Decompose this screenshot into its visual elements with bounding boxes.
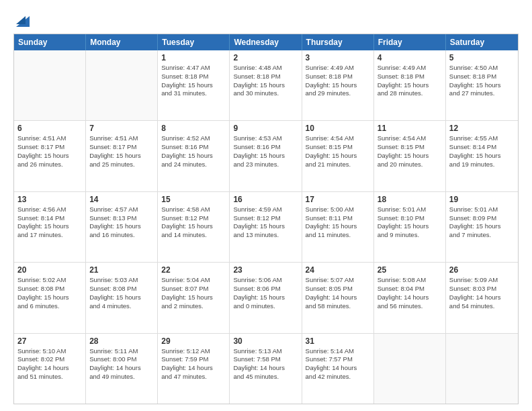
- cell-info: Sunrise: 4:58 AM Sunset: 8:12 PM Dayligh…: [161, 205, 226, 240]
- page: SundayMondayTuesdayWednesdayThursdayFrid…: [0, 0, 532, 411]
- cal-cell: 20Sunrise: 5:02 AM Sunset: 8:08 PM Dayli…: [14, 263, 86, 332]
- day-number: 11: [378, 124, 442, 133]
- cell-info: Sunrise: 5:12 AM Sunset: 7:59 PM Dayligh…: [161, 347, 226, 381]
- day-number: 4: [378, 53, 442, 62]
- cal-cell: 25Sunrise: 5:08 AM Sunset: 8:04 PM Dayli…: [374, 263, 446, 332]
- cell-info: Sunrise: 4:47 AM Sunset: 8:18 PM Dayligh…: [161, 64, 226, 98]
- cal-cell: 27Sunrise: 5:10 AM Sunset: 8:02 PM Dayli…: [14, 334, 86, 404]
- day-number: 1: [161, 53, 226, 62]
- day-number: 17: [306, 195, 370, 204]
- cal-cell: 23Sunrise: 5:06 AM Sunset: 8:06 PM Dayli…: [230, 263, 302, 332]
- cell-info: Sunrise: 5:08 AM Sunset: 8:04 PM Dayligh…: [378, 276, 442, 310]
- cell-info: Sunrise: 4:52 AM Sunset: 8:16 PM Dayligh…: [161, 134, 226, 169]
- cal-cell: 5Sunrise: 4:50 AM Sunset: 8:18 PM Daylig…: [446, 50, 518, 120]
- day-number: 6: [17, 124, 82, 133]
- cell-info: Sunrise: 5:01 AM Sunset: 8:10 PM Dayligh…: [378, 205, 442, 240]
- cell-info: Sunrise: 5:10 AM Sunset: 8:02 PM Dayligh…: [17, 347, 82, 381]
- cal-cell: 21Sunrise: 5:03 AM Sunset: 8:08 PM Dayli…: [86, 263, 158, 332]
- cal-cell: 29Sunrise: 5:12 AM Sunset: 7:59 PM Dayli…: [158, 334, 230, 404]
- cal-cell: 1Sunrise: 4:47 AM Sunset: 8:18 PM Daylig…: [158, 50, 230, 120]
- cell-info: Sunrise: 4:51 AM Sunset: 8:17 PM Dayligh…: [89, 134, 154, 169]
- cal-cell: 16Sunrise: 4:59 AM Sunset: 8:12 PM Dayli…: [230, 192, 302, 262]
- day-number: 27: [17, 336, 82, 346]
- cell-info: Sunrise: 5:00 AM Sunset: 8:11 PM Dayligh…: [306, 205, 370, 240]
- cell-info: Sunrise: 5:07 AM Sunset: 8:05 PM Dayligh…: [306, 276, 370, 310]
- cal-cell: 7Sunrise: 4:51 AM Sunset: 8:17 PM Daylig…: [86, 121, 158, 191]
- day-number: 9: [233, 124, 298, 133]
- day-number: 15: [161, 195, 226, 204]
- day-number: 24: [306, 265, 370, 275]
- cell-info: Sunrise: 5:06 AM Sunset: 8:06 PM Dayligh…: [233, 276, 298, 310]
- cell-info: Sunrise: 5:14 AM Sunset: 7:57 PM Dayligh…: [306, 347, 370, 381]
- cell-info: Sunrise: 5:01 AM Sunset: 8:09 PM Dayligh…: [449, 205, 515, 240]
- header-day-friday: Friday: [374, 34, 446, 50]
- day-number: 25: [378, 265, 442, 275]
- cal-cell: 30Sunrise: 5:13 AM Sunset: 7:58 PM Dayli…: [230, 334, 302, 404]
- cal-cell: [446, 334, 518, 404]
- day-number: 16: [233, 195, 298, 204]
- cal-cell: 3Sunrise: 4:49 AM Sunset: 8:18 PM Daylig…: [302, 50, 374, 120]
- cell-info: Sunrise: 4:59 AM Sunset: 8:12 PM Dayligh…: [233, 205, 298, 240]
- cal-cell: 31Sunrise: 5:14 AM Sunset: 7:57 PM Dayli…: [302, 334, 374, 404]
- logo-icon: [16, 11, 30, 27]
- cell-info: Sunrise: 4:55 AM Sunset: 8:14 PM Dayligh…: [449, 134, 515, 169]
- cal-cell: 28Sunrise: 5:11 AM Sunset: 8:00 PM Dayli…: [86, 334, 158, 404]
- cell-info: Sunrise: 4:57 AM Sunset: 8:13 PM Dayligh…: [89, 205, 154, 240]
- logo: [13, 11, 30, 27]
- day-number: 22: [161, 265, 226, 275]
- cal-cell: [374, 334, 446, 404]
- svg-marker-1: [16, 16, 26, 24]
- day-number: 31: [306, 336, 370, 346]
- day-number: 8: [161, 124, 226, 133]
- cell-info: Sunrise: 5:11 AM Sunset: 8:00 PM Dayligh…: [89, 347, 154, 381]
- calendar: SundayMondayTuesdayWednesdayThursdayFrid…: [13, 34, 519, 404]
- cal-cell: 8Sunrise: 4:52 AM Sunset: 8:16 PM Daylig…: [158, 121, 230, 191]
- week-row-4: 20Sunrise: 5:02 AM Sunset: 8:08 PM Dayli…: [14, 262, 518, 332]
- day-number: 21: [89, 265, 154, 275]
- header: [13, 11, 519, 27]
- header-day-tuesday: Tuesday: [158, 34, 230, 50]
- week-row-2: 6Sunrise: 4:51 AM Sunset: 8:17 PM Daylig…: [14, 120, 518, 191]
- day-number: 23: [233, 265, 298, 275]
- cell-info: Sunrise: 4:54 AM Sunset: 8:15 PM Dayligh…: [306, 134, 370, 169]
- cell-info: Sunrise: 5:02 AM Sunset: 8:08 PM Dayligh…: [17, 276, 82, 310]
- cal-cell: 13Sunrise: 4:56 AM Sunset: 8:14 PM Dayli…: [14, 192, 86, 262]
- day-number: 19: [449, 195, 515, 204]
- cal-cell: 10Sunrise: 4:54 AM Sunset: 8:15 PM Dayli…: [302, 121, 374, 191]
- cal-cell: [86, 50, 158, 120]
- cal-cell: 12Sunrise: 4:55 AM Sunset: 8:14 PM Dayli…: [446, 121, 518, 191]
- day-number: 30: [233, 336, 298, 346]
- header-day-monday: Monday: [86, 34, 158, 50]
- day-number: 14: [89, 195, 154, 204]
- day-number: 5: [449, 53, 515, 62]
- cal-cell: 26Sunrise: 5:09 AM Sunset: 8:03 PM Dayli…: [446, 263, 518, 332]
- cell-info: Sunrise: 4:51 AM Sunset: 8:17 PM Dayligh…: [17, 134, 82, 169]
- week-row-5: 27Sunrise: 5:10 AM Sunset: 8:02 PM Dayli…: [14, 333, 518, 404]
- header-day-thursday: Thursday: [302, 34, 374, 50]
- header-day-sunday: Sunday: [14, 34, 86, 50]
- day-number: 13: [17, 195, 82, 204]
- day-number: 10: [306, 124, 370, 133]
- cal-cell: 2Sunrise: 4:48 AM Sunset: 8:18 PM Daylig…: [230, 50, 302, 120]
- day-number: 26: [449, 265, 515, 275]
- cal-cell: 6Sunrise: 4:51 AM Sunset: 8:17 PM Daylig…: [14, 121, 86, 191]
- cell-info: Sunrise: 4:49 AM Sunset: 8:18 PM Dayligh…: [378, 64, 442, 98]
- cal-cell: 15Sunrise: 4:58 AM Sunset: 8:12 PM Dayli…: [158, 192, 230, 262]
- cell-info: Sunrise: 5:04 AM Sunset: 8:07 PM Dayligh…: [161, 276, 226, 310]
- week-row-1: 1Sunrise: 4:47 AM Sunset: 8:18 PM Daylig…: [14, 50, 518, 120]
- cal-cell: 17Sunrise: 5:00 AM Sunset: 8:11 PM Dayli…: [302, 192, 374, 262]
- cell-info: Sunrise: 4:56 AM Sunset: 8:14 PM Dayligh…: [17, 205, 82, 240]
- day-number: 12: [449, 124, 515, 133]
- cal-cell: 14Sunrise: 4:57 AM Sunset: 8:13 PM Dayli…: [86, 192, 158, 262]
- cell-info: Sunrise: 4:54 AM Sunset: 8:15 PM Dayligh…: [378, 134, 442, 169]
- cell-info: Sunrise: 4:53 AM Sunset: 8:16 PM Dayligh…: [233, 134, 298, 169]
- week-row-3: 13Sunrise: 4:56 AM Sunset: 8:14 PM Dayli…: [14, 191, 518, 262]
- day-number: 28: [89, 336, 154, 346]
- cell-info: Sunrise: 5:03 AM Sunset: 8:08 PM Dayligh…: [89, 276, 154, 310]
- cal-cell: 22Sunrise: 5:04 AM Sunset: 8:07 PM Dayli…: [158, 263, 230, 332]
- day-number: 3: [306, 53, 370, 62]
- cell-info: Sunrise: 4:48 AM Sunset: 8:18 PM Dayligh…: [233, 64, 298, 98]
- cal-cell: [14, 50, 86, 120]
- calendar-body: 1Sunrise: 4:47 AM Sunset: 8:18 PM Daylig…: [14, 50, 518, 404]
- cal-cell: 19Sunrise: 5:01 AM Sunset: 8:09 PM Dayli…: [446, 192, 518, 262]
